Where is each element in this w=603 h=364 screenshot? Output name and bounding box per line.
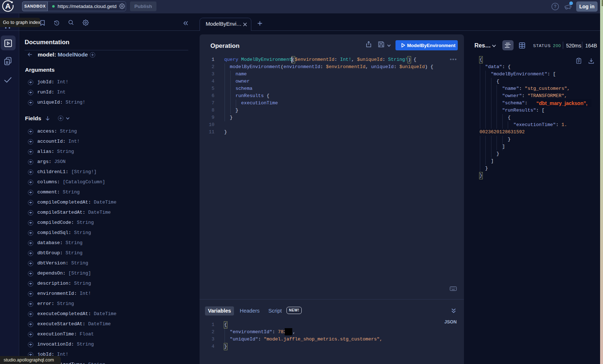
svg-text:A: A [5,2,11,10]
svg-text:?: ? [554,4,556,9]
